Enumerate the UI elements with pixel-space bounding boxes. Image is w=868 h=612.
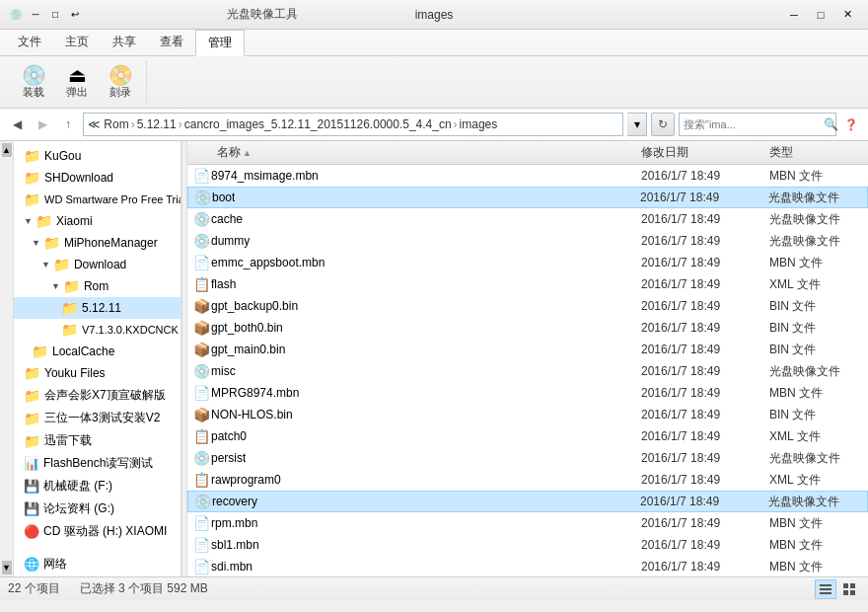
sidebar-label: MiPhoneManager (64, 236, 158, 250)
mount-icon: 💿 (22, 65, 46, 85)
help-button[interactable]: ❓ (840, 114, 862, 135)
sidebar-item-kugou[interactable]: 📁 KuGou (14, 145, 181, 167)
file-date: 2016/1/7 18:49 (641, 343, 769, 356)
tb-icon-1[interactable]: ─ (28, 7, 43, 23)
up-button[interactable]: ↑ (57, 114, 79, 135)
file-row[interactable]: 💿 dummy 2016/1/7 18:49 光盘映像文件 (187, 230, 868, 252)
sidebar-item-miphonemanager[interactable]: ▼ 📁 MiPhoneManager (14, 232, 181, 254)
svg-rect-0 (820, 584, 832, 586)
tab-manage[interactable]: 管理 (195, 30, 245, 56)
sidebar-item-xunlei[interactable]: 📁 迅雷下载 (14, 429, 181, 452)
sidebar-label: 迅雷下载 (44, 432, 92, 449)
burn-button[interactable]: 📀 刻录 (101, 63, 140, 102)
file-icon: 📄 (191, 253, 211, 272)
status-right (815, 579, 860, 599)
file-row[interactable]: 📦 gpt_backup0.bin 2016/1/7 18:49 BIN 文件 (187, 295, 868, 317)
col-name[interactable]: 名称 ▲ (187, 144, 641, 161)
file-row[interactable]: 💿 recovery 2016/1/7 18:49 光盘映像文件 (187, 491, 868, 512)
maximize-button[interactable]: □ (808, 5, 833, 25)
view-details-button[interactable] (815, 579, 836, 599)
sidebar-item-flashbench[interactable]: 📊 FlashBench读写测试 (14, 452, 181, 475)
sidebar-item-xiaomi[interactable]: ▼ 📁 Xiaomi (14, 210, 181, 232)
scroll-down-btn[interactable]: ▼ (2, 561, 12, 574)
mount-button[interactable]: 💿 装载 (14, 63, 53, 102)
sidebar-item-network[interactable]: 🌐 网络 (14, 553, 181, 575)
file-row[interactable]: 📋 flash 2016/1/7 18:49 XML 文件 (187, 273, 868, 295)
file-row[interactable]: 💿 boot 2016/1/7 18:49 光盘映像文件 (187, 187, 868, 208)
tab-file[interactable]: 文件 (6, 30, 53, 55)
address-path[interactable]: ≪ Rom › 5.12.11 › cancro_images_5.12.11_… (83, 113, 623, 136)
sidebar-item-youku[interactable]: 📁 Youku Files (14, 362, 181, 384)
tb-icon-2[interactable]: □ (47, 7, 63, 23)
sidebar-item-drive-f[interactable]: 💾 机械硬盘 (F:) (14, 475, 181, 497)
scroll-up-btn[interactable]: ▲ (2, 143, 12, 157)
path-segment-0[interactable]: ≪ Rom (88, 117, 129, 131)
tab-share[interactable]: 共享 (101, 30, 148, 55)
file-list-body: 📄 8974_msimage.mbn 2016/1/7 18:49 MBN 文件… (187, 165, 868, 576)
sidebar-label: LocalCache (52, 344, 114, 358)
file-icon: 📋 (191, 426, 211, 446)
file-row[interactable]: 📄 sbl1.mbn 2016/1/7 18:49 MBN 文件 (187, 534, 868, 556)
minimize-button[interactable]: ─ (781, 5, 807, 25)
expand-arrow[interactable]: ▼ (24, 216, 33, 226)
sidebar-item-512[interactable]: 📁 5.12.11 (14, 297, 181, 319)
file-row[interactable]: 📄 sdi.mbn 2016/1/7 18:49 MBN 文件 (187, 556, 868, 576)
file-row[interactable]: 💿 persist 2016/1/7 18:49 光盘映像文件 (187, 447, 868, 469)
expand-arrow[interactable]: ▼ (41, 260, 50, 269)
file-type: XML 文件 (769, 472, 868, 489)
expand-arrow[interactable]: ▼ (51, 281, 60, 291)
eject-icon: ⏏ (68, 65, 87, 85)
sidebar-scroll: ▲ ▼ (0, 141, 14, 576)
file-row[interactable]: 📄 rpm.mbn 2016/1/7 18:49 MBN 文件 (187, 512, 868, 534)
view-icons-button[interactable] (838, 579, 860, 599)
path-segment-1[interactable]: 5.12.11 (137, 117, 177, 131)
sidebar-item-wd[interactable]: 📁 WD Smartware Pro Free Trial (14, 189, 181, 210)
file-type: BIN 文件 (769, 320, 868, 337)
forward-button[interactable]: ▶ (32, 114, 53, 135)
file-row[interactable]: 💿 cache 2016/1/7 18:49 光盘映像文件 (187, 208, 868, 230)
svg-rect-6 (850, 590, 855, 595)
eject-button[interactable]: ⏏ 弹出 (57, 63, 97, 102)
ribbon-content: 💿 装载 ⏏ 弹出 📀 刻录 (0, 56, 868, 108)
sidebar-item-drive-g[interactable]: 💾 论坛资料 (G:) (14, 497, 181, 520)
window-controls: ─ □ ✕ (781, 5, 860, 25)
file-row[interactable]: 💿 misc 2016/1/7 18:49 光盘映像文件 (187, 360, 868, 382)
close-button[interactable]: ✕ (834, 5, 860, 25)
path-segment-3[interactable]: images (460, 117, 498, 131)
file-name: NON-HLOS.bin (211, 408, 293, 421)
sidebar-item-sanwei[interactable]: 📁 三位一体3测试安装V2 (14, 407, 181, 429)
refresh-button[interactable]: ↻ (651, 113, 675, 136)
file-row[interactable]: 📄 8974_msimage.mbn 2016/1/7 18:49 MBN 文件 (187, 165, 868, 187)
back-button[interactable]: ◀ (6, 114, 28, 135)
file-row[interactable]: 📦 gpt_both0.bin 2016/1/7 18:49 BIN 文件 (187, 317, 868, 339)
file-row[interactable]: 📄 MPRG8974.mbn 2016/1/7 18:49 MBN 文件 (187, 382, 868, 404)
sidebar-item-huisheng[interactable]: 📁 会声会影X7顶宣破解版 (14, 384, 181, 407)
file-type: 光盘映像文件 (768, 190, 867, 206)
sidebar-item-v7[interactable]: 📁 V7.1.3.0.KXDCNCK (14, 319, 181, 341)
col-date[interactable]: 修改日期 (641, 144, 769, 161)
file-row[interactable]: 📦 gpt_main0.bin 2016/1/7 18:49 BIN 文件 (187, 339, 868, 360)
path-segment-2[interactable]: cancro_images_5.12.11_20151126.0000.5_4.… (184, 117, 452, 131)
expand-arrow[interactable]: ▼ (32, 238, 40, 248)
svg-rect-1 (820, 588, 832, 590)
ribbon-group-disc: 💿 装载 ⏏ 弹出 📀 刻录 (8, 61, 147, 104)
file-row[interactable]: 📦 NON-HLOS.bin 2016/1/7 18:49 BIN 文件 (187, 404, 868, 425)
sidebar-item-download[interactable]: ▼ 📁 Download (14, 254, 181, 275)
sidebar-item-drive-h[interactable]: 🔴 CD 驱动器 (H:) XIAOMI (14, 520, 181, 543)
file-name-cell: 📋 patch0 (187, 426, 641, 446)
search-input[interactable] (680, 114, 824, 135)
address-dropdown[interactable]: ▾ (627, 113, 647, 136)
file-row[interactable]: 📋 rawprogram0 2016/1/7 18:49 XML 文件 (187, 469, 868, 491)
search-icon[interactable]: 🔍 (824, 114, 838, 135)
tb-icon-3[interactable]: ↩ (67, 7, 83, 23)
file-row[interactable]: 📄 emmc_appsboot.mbn 2016/1/7 18:49 MBN 文… (187, 252, 868, 273)
tab-view[interactable]: 查看 (148, 30, 195, 55)
sidebar-item-shdownload[interactable]: 📁 SHDownload (14, 167, 181, 189)
file-type: MBN 文件 (769, 515, 868, 532)
col-type[interactable]: 类型 (769, 144, 868, 161)
sidebar-item-localcache[interactable]: 📁 LocalCache (14, 341, 181, 362)
sidebar-item-rom[interactable]: ▼ 📁 Rom (14, 275, 181, 297)
tab-home[interactable]: 主页 (53, 30, 101, 55)
file-row[interactable]: 📋 patch0 2016/1/7 18:49 XML 文件 (187, 425, 868, 447)
file-icon: 📄 (191, 535, 211, 555)
